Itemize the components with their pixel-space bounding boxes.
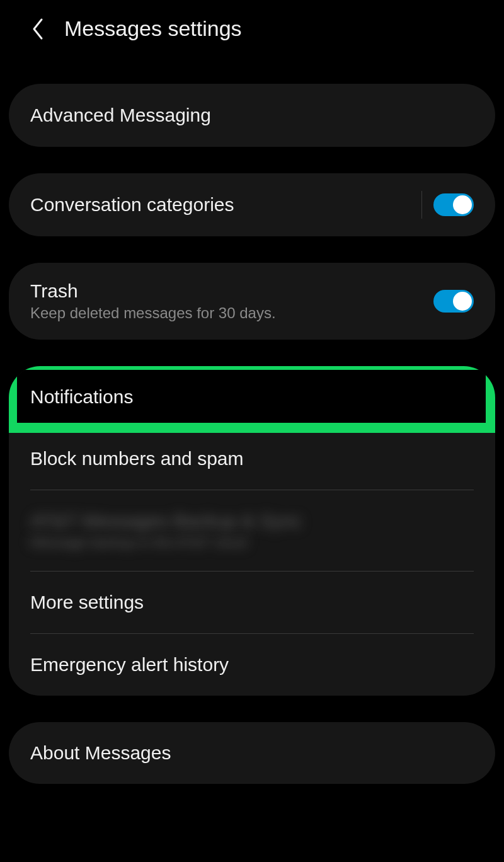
- trash-subtitle: Keep deleted messages for 30 days.: [30, 304, 276, 322]
- block-numbers-item[interactable]: Block numbers and spam: [9, 428, 495, 490]
- redacted-subtitle: Message backup in the AT&T cloud: [30, 534, 474, 551]
- notifications-label: Notifications: [30, 386, 474, 408]
- trash-toggle[interactable]: [433, 290, 474, 313]
- about-messages-label: About Messages: [30, 742, 171, 764]
- toggle-container: [421, 191, 474, 219]
- conversation-categories-toggle[interactable]: [433, 193, 474, 216]
- page-title: Messages settings: [64, 16, 242, 41]
- notifications-item[interactable]: Notifications: [9, 366, 495, 428]
- redacted-label: AT&T Messages Backup & Sync: [30, 510, 474, 532]
- trash-item[interactable]: Trash Keep deleted messages for 30 days.: [9, 263, 495, 340]
- emergency-alert-label: Emergency alert history: [30, 654, 474, 675]
- toggle-separator: [421, 191, 422, 219]
- advanced-messaging-label: Advanced Messaging: [30, 105, 211, 126]
- conversation-categories-label: Conversation categories: [30, 194, 234, 216]
- conversation-categories-item[interactable]: Conversation categories: [9, 173, 495, 236]
- more-settings-item[interactable]: More settings: [9, 572, 495, 633]
- back-icon[interactable]: [30, 17, 45, 41]
- toggle-container: [433, 290, 474, 313]
- about-messages-item[interactable]: About Messages: [9, 722, 495, 784]
- header: Messages settings: [0, 0, 504, 57]
- settings-content: Advanced Messaging Conversation categori…: [0, 57, 504, 784]
- more-settings-label: More settings: [30, 592, 474, 613]
- advanced-messaging-item[interactable]: Advanced Messaging: [9, 84, 495, 147]
- settings-group: Notifications Block numbers and spam AT&…: [9, 366, 495, 696]
- redacted-item[interactable]: AT&T Messages Backup & Sync Message back…: [9, 490, 495, 571]
- trash-label: Trash: [30, 280, 276, 302]
- emergency-alert-item[interactable]: Emergency alert history: [9, 634, 495, 696]
- block-numbers-label: Block numbers and spam: [30, 448, 474, 469]
